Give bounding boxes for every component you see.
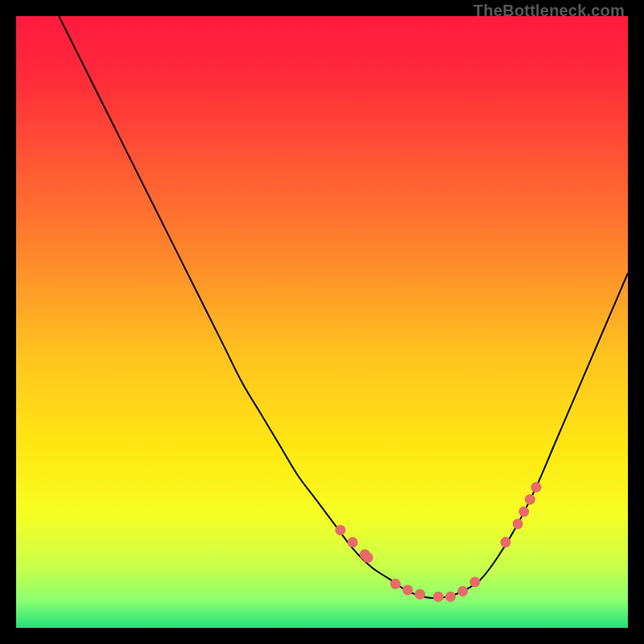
marker-dot xyxy=(470,577,481,588)
marker-dot xyxy=(501,537,511,547)
marker-dot xyxy=(348,537,358,547)
marker-dot xyxy=(513,518,523,529)
marker-dot xyxy=(457,586,468,597)
marker-dot xyxy=(445,592,456,602)
marker-dot xyxy=(531,482,542,493)
marker-dot xyxy=(415,589,425,600)
chart-frame xyxy=(16,16,628,628)
bottleneck-chart xyxy=(16,16,628,628)
marker-dot xyxy=(525,494,535,505)
marker-dot xyxy=(390,579,401,589)
marker-dot xyxy=(518,506,529,517)
marker-dot xyxy=(335,525,345,535)
watermark-text: TheBottleneck.com xyxy=(473,2,625,20)
marker-dot xyxy=(433,592,444,602)
highlight-band xyxy=(16,493,628,628)
marker-dot xyxy=(363,552,374,563)
marker-dot xyxy=(402,584,413,595)
